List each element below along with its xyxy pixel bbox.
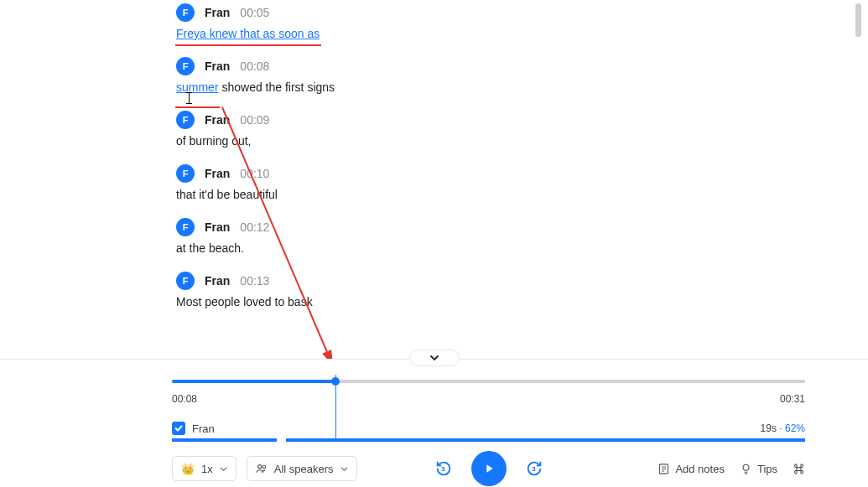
speaker-segment-track xyxy=(172,438,805,442)
tips-button[interactable]: Tips xyxy=(740,463,777,475)
speaker-checkbox[interactable] xyxy=(172,422,185,435)
timestamp: 00:09 xyxy=(240,113,269,127)
transcript-block[interactable]: F Fran 00:13 Most people loved to bask xyxy=(176,272,797,308)
current-time: 00:08 xyxy=(172,393,197,405)
transcript-block[interactable]: F Fran 00:08 summer showed the first sig… xyxy=(176,57,797,94)
tips-label: Tips xyxy=(757,463,777,475)
transcript-line[interactable]: that it'd be beautiful xyxy=(176,188,797,201)
transcript-line[interactable]: of burning out, xyxy=(176,134,797,148)
speaker-name: Fran xyxy=(205,274,230,288)
avatar: F xyxy=(176,218,195,236)
skip-seconds-label: 3 xyxy=(441,465,444,473)
note-icon xyxy=(657,463,670,475)
timestamp: 00:10 xyxy=(240,167,269,180)
annotation-underline xyxy=(175,44,321,46)
avatar: F xyxy=(176,57,195,75)
skip-seconds-label: 3 xyxy=(532,465,535,473)
keyboard-shortcuts-button[interactable] xyxy=(793,463,805,475)
speaker-row[interactable]: Fran 19s · 62% xyxy=(172,417,805,440)
dot-separator: · xyxy=(779,422,785,434)
speakers-selector[interactable]: All speakers xyxy=(247,456,357,481)
speaker-name: Fran xyxy=(205,220,230,234)
timestamp: 00:12 xyxy=(240,220,269,234)
speaker-duration: 19s xyxy=(761,422,777,434)
transcript-pane: F Fran 00:05 Freya knew that as soon as … xyxy=(0,0,868,359)
transcript-block[interactable]: F Fran 00:05 Freya knew that as soon as xyxy=(176,3,797,40)
command-icon xyxy=(793,463,805,475)
play-icon xyxy=(482,462,496,475)
chevron-down-icon xyxy=(220,465,227,473)
svg-point-4 xyxy=(743,464,749,470)
skip-forward-button[interactable]: 3 xyxy=(525,459,543,478)
player-footer: 00:08 00:31 Fran 19s · 62% 👑 1x xyxy=(0,359,868,487)
avatar: F xyxy=(176,164,195,183)
speaker-percent: 62% xyxy=(785,422,805,434)
chevron-down-icon xyxy=(340,465,348,473)
play-button[interactable] xyxy=(471,451,507,486)
speed-label: 1x xyxy=(201,463,213,475)
chevron-down-icon xyxy=(430,354,439,362)
avatar: F xyxy=(176,3,195,22)
speaker-row-name: Fran xyxy=(192,422,215,435)
transcript-line[interactable]: at the beach. xyxy=(176,241,797,255)
svg-point-2 xyxy=(262,466,266,469)
played-word: summer xyxy=(176,80,219,94)
transcript-block[interactable]: F Fran 00:12 at the beach. xyxy=(176,218,797,255)
timeline-progress xyxy=(172,380,335,383)
speaker-name: Fran xyxy=(205,6,230,19)
total-time: 00:31 xyxy=(780,393,805,405)
transcript-line[interactable]: Freya knew that as soon as xyxy=(176,27,797,40)
transcript-block[interactable]: F Fran 00:09 of burning out, xyxy=(176,111,797,148)
timestamp: 00:08 xyxy=(240,60,269,73)
speaker-name: Fran xyxy=(205,113,230,127)
people-icon xyxy=(256,463,268,474)
playback-controls: 3 3 xyxy=(434,451,543,486)
transcript-block[interactable]: F Fran 00:10 that it'd be beautiful xyxy=(176,164,797,201)
speaker-segment xyxy=(172,438,277,442)
add-notes-label: Add notes xyxy=(675,463,725,475)
text-cursor-icon xyxy=(189,92,190,104)
timestamp: 00:05 xyxy=(240,6,269,19)
avatar: F xyxy=(176,111,195,129)
svg-point-1 xyxy=(257,465,261,469)
check-icon xyxy=(174,424,183,433)
speaker-name: Fran xyxy=(205,167,230,180)
transcript-line[interactable]: Most people loved to bask xyxy=(176,295,797,308)
annotation-underline xyxy=(175,106,220,108)
transcript-line[interactable]: summer showed the first signs xyxy=(176,80,797,94)
speaker-segment xyxy=(286,438,805,442)
scrollbar-thumb[interactable] xyxy=(855,3,861,37)
speakers-label: All speakers xyxy=(274,463,334,475)
right-controls: Add notes Tips xyxy=(657,463,805,475)
controls-row: 👑 1x All speakers 3 3 xyxy=(172,453,805,484)
skip-back-button[interactable]: 3 xyxy=(434,459,453,478)
crown-icon: 👑 xyxy=(181,463,195,475)
playback-speed-selector[interactable]: 👑 1x xyxy=(172,456,236,481)
avatar: F xyxy=(176,272,195,290)
remaining-text: showed the first signs xyxy=(219,80,335,94)
timestamp: 00:13 xyxy=(240,274,269,288)
add-notes-button[interactable]: Add notes xyxy=(657,463,725,475)
lightbulb-icon xyxy=(740,463,752,475)
speaker-name: Fran xyxy=(205,60,230,73)
collapse-toggle[interactable] xyxy=(409,350,460,366)
